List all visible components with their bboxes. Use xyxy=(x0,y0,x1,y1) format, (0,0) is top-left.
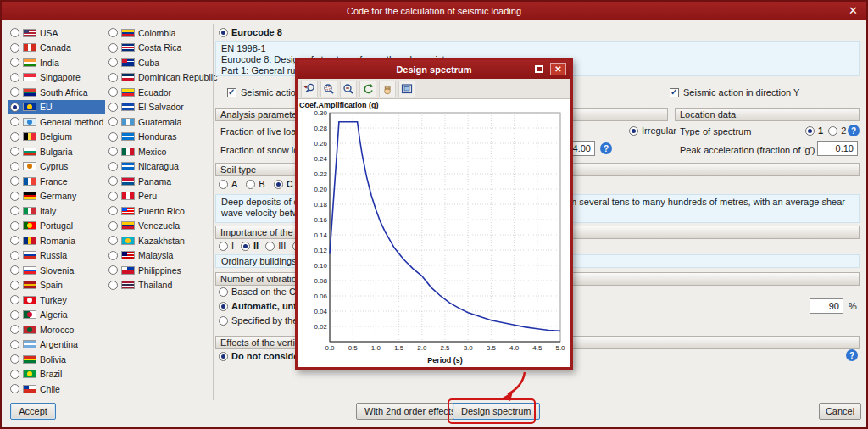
country-option-philippines[interactable]: Philippines xyxy=(107,263,212,278)
country-option-bolivia[interactable]: Bolivia xyxy=(8,352,105,367)
country-option-guatemala[interactable]: Guatemala xyxy=(107,114,212,130)
country-option-costa-rica[interactable]: Costa Rica xyxy=(107,41,212,56)
help-icon[interactable]: ? xyxy=(846,349,858,361)
flag-canton xyxy=(122,267,127,270)
country-option-nicaragua[interactable]: Nicaragua xyxy=(107,159,212,175)
country-option-honduras[interactable]: Honduras xyxy=(107,130,212,145)
country-option-panama[interactable]: Panama xyxy=(107,174,212,189)
country-option-chile[interactable]: Chile xyxy=(8,382,105,397)
redraw-icon[interactable] xyxy=(359,81,376,98)
svg-text:4.0: 4.0 xyxy=(509,344,520,352)
zoom-window-icon[interactable] xyxy=(320,81,337,98)
country-option-turkey[interactable]: Turkey xyxy=(8,292,105,308)
svg-text:2.0: 2.0 xyxy=(417,344,427,352)
flag-emblem xyxy=(27,164,32,169)
option-b[interactable]: B xyxy=(246,179,264,189)
accept-button[interactable]: Accept xyxy=(10,403,56,420)
country-option-russia[interactable]: Russia xyxy=(8,248,105,264)
country-option-bulgaria[interactable]: Bulgaria xyxy=(8,144,105,159)
country-option-colombia[interactable]: Colombia xyxy=(107,25,212,41)
mass-percentage-field[interactable]: 90 xyxy=(810,298,843,314)
country-option-south-africa[interactable]: South Africa xyxy=(8,85,105,100)
country-option-germany[interactable]: Germany xyxy=(8,189,105,204)
option-c[interactable]: C xyxy=(274,179,293,189)
country-option-venezuela[interactable]: Venezuela xyxy=(107,219,212,234)
popup-window-buttons: ✕ xyxy=(535,63,566,75)
full-view-icon[interactable] xyxy=(398,81,415,98)
eurocode8-option[interactable]: Eurocode 8 xyxy=(219,27,282,37)
country-option-india[interactable]: India xyxy=(8,55,105,70)
country-option-ecuador[interactable]: Ecuador xyxy=(107,85,212,100)
popup-titlebar[interactable]: Design spectrum ✕ xyxy=(298,60,570,79)
radio-icon xyxy=(219,180,228,189)
option-iii[interactable]: III xyxy=(265,241,286,251)
help-icon[interactable]: ? xyxy=(848,125,860,136)
country-label: Russia xyxy=(40,250,67,260)
country-option-slovenia[interactable]: Slovenia xyxy=(8,263,105,278)
country-label: Bolivia xyxy=(40,354,66,365)
country-option-puerto-rico[interactable]: Puerto Rico xyxy=(107,203,212,219)
close-icon[interactable]: ✕ xyxy=(849,4,858,17)
country-option-cyprus[interactable]: Cyprus xyxy=(8,159,105,175)
country-option-belgium[interactable]: Belgium xyxy=(8,130,105,145)
radio-icon xyxy=(108,221,118,231)
maximize-icon[interactable] xyxy=(535,65,543,73)
popup-title: Design spectrum xyxy=(396,64,471,75)
cancel-button[interactable]: Cancel xyxy=(819,403,861,420)
country-option-morocco[interactable]: Morocco xyxy=(8,322,105,337)
pan-icon[interactable] xyxy=(379,81,396,98)
irregular-option[interactable]: Irregular xyxy=(629,125,676,136)
country-option-singapore[interactable]: Singapore xyxy=(8,70,105,86)
country-option-eu[interactable]: EU xyxy=(8,100,105,115)
flag-icon-brazil xyxy=(23,370,36,378)
country-option-general-method[interactable]: General method xyxy=(8,114,105,130)
country-option-portugal[interactable]: Portugal xyxy=(8,219,105,234)
option-i[interactable]: I xyxy=(219,241,234,251)
country-option-cuba[interactable]: Cuba xyxy=(107,55,212,70)
country-option-usa[interactable]: USA xyxy=(8,25,105,41)
checkbox-icon xyxy=(670,88,679,98)
country-option-italy[interactable]: Italy xyxy=(8,203,105,219)
flag-canton xyxy=(122,208,127,211)
country-label: El Salvador xyxy=(138,102,184,112)
country-option-canada[interactable]: Canada xyxy=(8,41,105,56)
spectrum-type-option-1[interactable]: 1 xyxy=(805,125,823,136)
radio-icon xyxy=(828,126,837,136)
country-option-brazil[interactable]: Brazil xyxy=(8,367,105,382)
flag-icon-el-salvador xyxy=(121,103,135,111)
spectrum-type-option-2[interactable]: 2 xyxy=(828,125,846,136)
radio-icon xyxy=(108,265,118,275)
do-not-consider-option[interactable]: Do not consider xyxy=(219,351,303,361)
svg-text:2.5: 2.5 xyxy=(440,344,450,352)
popup-close-button[interactable]: ✕ xyxy=(550,63,566,75)
country-label: Portugal xyxy=(40,220,73,231)
country-option-thailand[interactable]: Thailand xyxy=(107,278,212,293)
country-option-argentina[interactable]: Argentina xyxy=(8,337,105,353)
country-option-mexico[interactable]: Mexico xyxy=(107,144,212,159)
seismic-direction-y-checkbox[interactable]: Seismic action in direction Y xyxy=(670,87,799,98)
country-option-spain[interactable]: Spain xyxy=(8,278,105,293)
option-ii[interactable]: II xyxy=(241,241,259,251)
country-option-romania[interactable]: Romania xyxy=(8,233,105,248)
design-spectrum-window: Design spectrum ✕ 0.020.040.060.080.100.… xyxy=(295,58,573,370)
flag-icon-malaysia xyxy=(121,251,135,259)
country-option-kazakhstan[interactable]: Kazakhstan xyxy=(107,233,212,248)
radio-icon xyxy=(10,340,19,349)
zoom-out-icon[interactable] xyxy=(340,81,357,98)
option-a[interactable]: A xyxy=(219,179,237,189)
flag-emblem xyxy=(27,371,32,376)
option-label: A xyxy=(231,179,237,189)
location-data-header: Location data xyxy=(675,108,860,121)
country-option-malaysia[interactable]: Malaysia xyxy=(107,248,212,264)
peak-acceleration-field[interactable]: 0.10 xyxy=(817,141,858,156)
country-option-el-salvador[interactable]: El Salvador xyxy=(107,100,212,115)
country-label: France xyxy=(40,176,68,187)
country-option-peru[interactable]: Peru xyxy=(107,189,212,204)
country-label: Morocco xyxy=(40,325,74,335)
country-option-france[interactable]: France xyxy=(8,174,105,189)
country-option-dominican-republic[interactable]: Dominican Republic xyxy=(107,70,212,86)
help-icon[interactable]: ? xyxy=(600,142,612,154)
radio-icon xyxy=(10,73,19,82)
country-option-algeria[interactable]: Algeria xyxy=(8,308,105,323)
previous-zoom-icon[interactable] xyxy=(301,81,318,98)
